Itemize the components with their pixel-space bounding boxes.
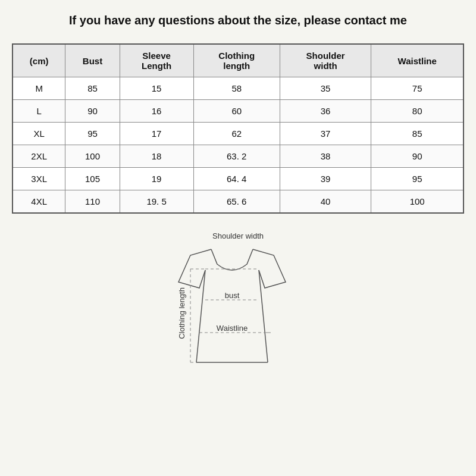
cell-size: L (12, 100, 65, 123)
cell-size: 3XL (12, 168, 65, 190)
cell-clothing: 63. 2 (193, 145, 280, 168)
page: If you have any questions about the size… (0, 0, 476, 476)
cell-shoulder: 36 (280, 100, 371, 123)
cell-shoulder: 38 (280, 145, 371, 168)
col-sleeve: SleeveLength (120, 44, 193, 77)
cell-clothing: 65. 6 (193, 190, 280, 214)
table-row: M8515583575 (12, 77, 464, 100)
cell-size: XL (12, 123, 65, 145)
cell-shoulder: 40 (280, 190, 371, 214)
cell-waist: 85 (371, 123, 464, 145)
cell-size: M (12, 77, 65, 100)
cell-shoulder: 39 (280, 168, 371, 190)
cell-size: 4XL (12, 190, 65, 214)
table-row: 3XL1051964. 43995 (12, 168, 464, 190)
cell-sleeve: 19. 5 (120, 190, 193, 214)
cell-sleeve: 18 (120, 145, 193, 168)
cell-clothing: 64. 4 (193, 168, 280, 190)
cell-clothing: 58 (193, 77, 280, 100)
col-bust: Bust (65, 44, 120, 77)
cell-bust: 95 (65, 123, 120, 145)
cell-sleeve: 15 (120, 77, 193, 100)
table-row: 4XL11019. 565. 640100 (12, 190, 464, 214)
cell-clothing: 62 (193, 123, 280, 145)
col-size: (cm) (12, 44, 65, 77)
cell-bust: 110 (65, 190, 120, 214)
diagram-container: Shoulder width (143, 231, 333, 368)
cell-waist: 90 (371, 145, 464, 168)
cell-waist: 75 (371, 77, 464, 100)
size-table: (cm) Bust SleeveLength Clothinglength Sh… (12, 43, 464, 214)
col-clothing: Clothinglength (193, 44, 280, 77)
table-row: 2XL1001863. 23890 (12, 145, 464, 168)
cell-waist: 80 (371, 100, 464, 123)
col-waist: Waistline (371, 44, 464, 77)
cell-bust: 90 (65, 100, 120, 123)
clothing-length-label: Clothing length (177, 287, 186, 339)
svg-text:bust: bust (225, 291, 240, 300)
cell-bust: 85 (65, 77, 120, 100)
cell-sleeve: 19 (120, 168, 193, 190)
table-row: XL9517623785 (12, 123, 464, 145)
svg-text:Waistline: Waistline (217, 324, 248, 333)
table-header-row: (cm) Bust SleeveLength Clothinglength Sh… (12, 44, 464, 77)
header-text: If you have any questions about the size… (69, 12, 407, 29)
table-row: L9016603680 (12, 100, 464, 123)
cell-size: 2XL (12, 145, 65, 168)
cell-waist: 95 (371, 168, 464, 190)
cell-clothing: 60 (193, 100, 280, 123)
cell-sleeve: 16 (120, 100, 193, 123)
shoulder-width-label: Shoulder width (212, 231, 264, 240)
cell-shoulder: 35 (280, 77, 371, 100)
diagram-area: Shoulder width (12, 231, 464, 368)
cell-shoulder: 37 (280, 123, 371, 145)
col-shoulder: Shoulderwidth (280, 44, 371, 77)
cell-waist: 100 (371, 190, 464, 214)
cell-bust: 100 (65, 145, 120, 168)
cell-sleeve: 17 (120, 123, 193, 145)
cell-bust: 105 (65, 168, 120, 190)
